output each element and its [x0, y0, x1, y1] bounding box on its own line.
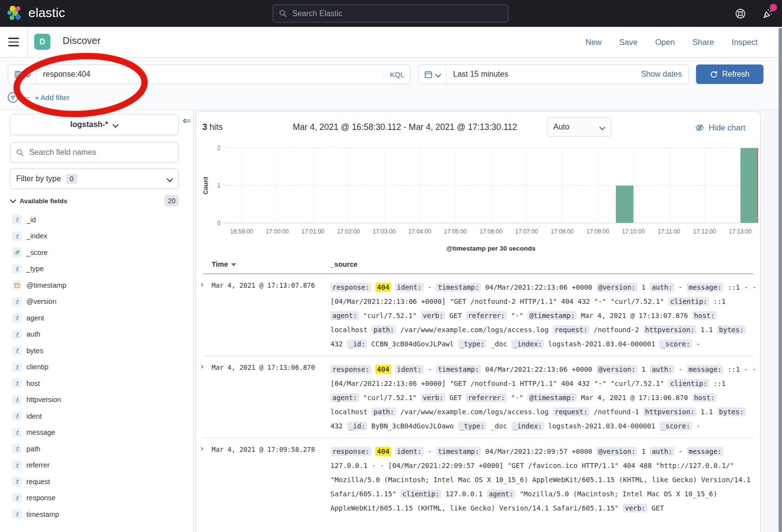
filter-by-type-select[interactable]: Filter by type 0	[10, 169, 179, 189]
field-item-request[interactable]: t request	[0, 473, 194, 490]
field-key-badge: _index:	[511, 422, 544, 430]
elastic-logo[interactable]: elastic	[7, 5, 65, 21]
gridline	[224, 148, 758, 148]
page-title: Discover	[63, 35, 101, 46]
field-item-_type[interactable]: t _type	[0, 261, 194, 277]
show-dates-button[interactable]: Show dates	[641, 70, 689, 79]
sort-desc-icon	[231, 263, 236, 266]
newsfeed-icon[interactable]	[761, 7, 774, 20]
x-tick-label: 17:02:00	[337, 228, 360, 235]
chevron-down-icon	[167, 176, 173, 182]
field-item-_index[interactable]: t _index	[0, 228, 194, 245]
x-tick-label: 17:07:00	[515, 228, 538, 235]
y-tick-label: 0	[217, 220, 220, 227]
page-scrollbar[interactable]	[779, 28, 782, 532]
field-name: _score	[26, 249, 48, 256]
text-type-icon: t	[12, 264, 22, 274]
field-item-agent[interactable]: t agent	[0, 310, 194, 326]
field-key-badge: verb:	[421, 311, 445, 320]
help-icon[interactable]	[734, 7, 747, 20]
interval-select[interactable]: Auto	[547, 117, 611, 137]
field-item-message[interactable]: t message	[0, 425, 194, 441]
expand-row-button[interactable]: ›	[200, 362, 204, 371]
refresh-button[interactable]: Refresh	[696, 64, 763, 84]
main-menu-button[interactable]	[0, 27, 28, 57]
x-tick-label: 17:06:00	[479, 228, 502, 235]
field-item-bytes[interactable]: t bytes	[0, 342, 194, 359]
field-item-httpversion[interactable]: t httpversion	[0, 392, 194, 408]
doc-timestamp: Mar 4, 2021 @ 17:09:58.278	[212, 446, 315, 453]
global-search-box[interactable]	[273, 4, 508, 22]
nav-link-new[interactable]: New	[586, 38, 602, 47]
field-key-badge: bytes:	[717, 407, 746, 416]
gridline	[348, 148, 349, 223]
field-item-timestamp[interactable]: t timestamp	[0, 506, 194, 523]
calendar-icon	[12, 280, 22, 290]
highlighted-value: 404	[375, 365, 391, 374]
add-filter-button[interactable]: + Add filter	[35, 93, 69, 102]
field-name: message	[26, 428, 55, 436]
field-item-ident[interactable]: t ident	[0, 408, 194, 425]
y-axis-ticks: 012	[210, 148, 220, 223]
time-range-value[interactable]: Last 15 minutes	[446, 70, 508, 79]
discover-app-badge[interactable]: D	[34, 34, 50, 50]
global-search-input[interactable]	[291, 9, 502, 19]
chevron-down-icon	[435, 71, 441, 77]
collapse-sidebar-icon[interactable]: ⇐	[182, 115, 191, 127]
field-item-response[interactable]: t response	[0, 490, 194, 507]
histogram-bar[interactable]	[740, 148, 758, 223]
field-item-host[interactable]: t host	[0, 375, 194, 392]
field-search-box[interactable]	[10, 142, 179, 163]
index-pattern-select[interactable]: logstash-*	[10, 114, 179, 135]
query-input[interactable]: response:404	[37, 70, 384, 79]
expand-row-button[interactable]: ›	[200, 444, 204, 453]
nav-link-save[interactable]: Save	[619, 38, 638, 47]
field-name: clientip	[26, 363, 48, 371]
kibana-discover-app: elastic	[0, 0, 782, 532]
doc-source: response: 404 ident: - timestamp: 04/Mar…	[330, 362, 758, 433]
highlighted-value: 404	[375, 447, 391, 456]
histogram-bar[interactable]	[616, 186, 633, 223]
field-item-clientip[interactable]: t clientip	[0, 359, 194, 376]
field-item-auth[interactable]: t auth	[0, 326, 194, 343]
gridline	[491, 148, 492, 223]
field-item-@timestamp[interactable]: @timestamp	[0, 277, 194, 294]
y-tick-label: 2	[217, 145, 220, 151]
field-item-path[interactable]: t path	[0, 441, 194, 457]
field-search-input[interactable]	[28, 148, 173, 157]
hide-chart-button[interactable]: Hide chart	[695, 123, 745, 132]
chevron-down-icon	[10, 197, 16, 203]
logo-wordmark: elastic	[28, 5, 65, 21]
available-fields-header[interactable]: Available fields 20	[10, 194, 179, 208]
x-tick-label: 17:00:00	[266, 228, 289, 235]
field-key-badge: response:	[330, 365, 371, 374]
gridline	[277, 148, 278, 223]
field-key-badge: referrer:	[466, 393, 507, 402]
field-key-badge: referrer:	[466, 311, 507, 320]
nav-link-share[interactable]: Share	[693, 38, 714, 47]
nav-link-inspect[interactable]: Inspect	[732, 38, 758, 47]
text-type-icon: t	[12, 411, 22, 421]
gridline	[562, 148, 563, 223]
field-item-_score[interactable]: # _score	[0, 244, 194, 261]
hide-chart-label: Hide chart	[709, 123, 745, 132]
expand-row-button[interactable]: ›	[200, 279, 204, 289]
query-language-button[interactable]: KQL	[384, 70, 410, 79]
field-item-@version[interactable]: t @version	[0, 294, 194, 310]
column-header-time[interactable]: Time	[212, 260, 236, 268]
saved-query-menu-button[interactable]	[8, 65, 37, 84]
field-item-_id[interactable]: t _id	[0, 212, 194, 228]
field-key-badge: _score:	[659, 422, 692, 430]
field-name: agent	[26, 314, 44, 322]
field-name: request	[26, 478, 50, 486]
text-type-icon: t	[12, 461, 22, 470]
quick-select-time-button[interactable]	[419, 65, 446, 84]
field-item-referrer[interactable]: t referrer	[0, 457, 194, 474]
histogram-plot[interactable]	[224, 148, 758, 223]
gridline	[456, 148, 456, 223]
search-icon	[279, 9, 287, 18]
text-type-icon: t	[12, 313, 22, 322]
x-tick-label: 17:04:00	[408, 228, 431, 235]
nav-link-open[interactable]: Open	[655, 38, 674, 47]
filter-icon[interactable]	[7, 92, 19, 103]
